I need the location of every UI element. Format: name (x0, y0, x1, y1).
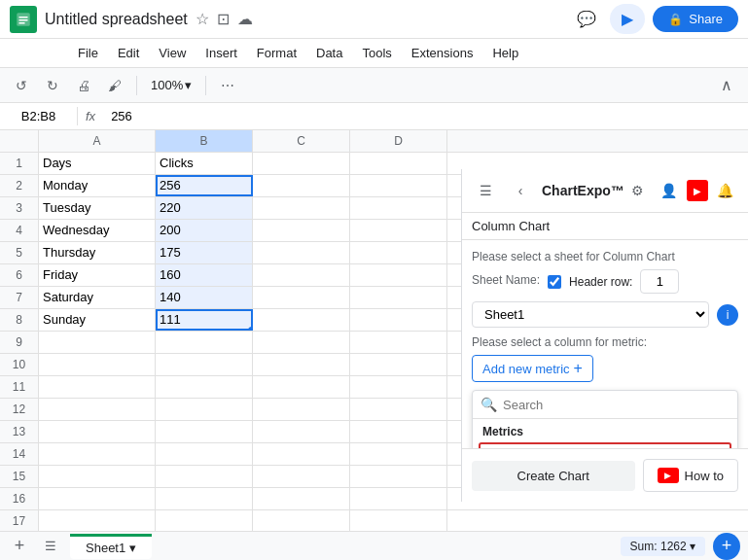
toolbar-separator-2 (205, 76, 206, 95)
table-row: 17 (0, 510, 748, 531)
svg-rect-2 (19, 19, 28, 21)
chart-type-label: Column Chart (472, 219, 550, 233)
menu-file[interactable]: File (68, 42, 108, 64)
zoom-button[interactable]: 100% ▾ (145, 76, 197, 94)
undo-button[interactable]: ↺ (8, 72, 35, 99)
svg-rect-1 (19, 17, 28, 18)
menu-help[interactable]: Help (482, 42, 528, 64)
menu-tools[interactable]: Tools (352, 42, 401, 64)
panel-menu-button[interactable]: ☰ (472, 177, 499, 204)
metric-dropdown: 🔍 Metrics Clicks Dimensions Days (472, 390, 738, 448)
comments-button[interactable]: 💬 (571, 4, 602, 35)
zoom-chevron: ▾ (185, 78, 192, 92)
panel-nav: Column Chart (462, 213, 748, 240)
col-header-d[interactable]: D (350, 130, 447, 152)
row-num-header (0, 130, 39, 152)
header-row-checkbox[interactable] (548, 275, 561, 289)
search-box: 🔍 (473, 391, 737, 419)
how-to-label: How to (685, 469, 724, 483)
add-sheet-button[interactable]: + (8, 535, 31, 558)
add-button-bottom[interactable]: + (713, 533, 740, 560)
how-to-button[interactable]: How to (643, 459, 738, 492)
folder-icon[interactable]: ⊡ (217, 10, 230, 28)
top-right-icons: 💬 ▶ 🔒 Share (571, 4, 738, 35)
header-row-label: Header row: (569, 275, 632, 289)
sheet-list-button[interactable]: ☰ (39, 535, 62, 558)
print-button[interactable]: 🖨 (70, 72, 97, 99)
panel-header: ☰ ‹ ChartExpo™ ⚙ 👤 ▶ 🔔 ✕ (462, 169, 748, 213)
toolbar: ↺ ↻ 🖨 🖌 100% ▾ ⋯ ∧ (0, 68, 748, 103)
col-header-a[interactable]: A (39, 130, 156, 152)
youtube-icon (658, 468, 679, 483)
ref-bar: B2:B8 fx 256 (0, 103, 748, 130)
sum-chevron: ▾ (690, 540, 695, 553)
panel-settings-icon[interactable]: ⚙ (624, 177, 652, 204)
panel-person-icon[interactable]: 👤 (656, 177, 683, 204)
redo-button[interactable]: ↻ (39, 72, 66, 99)
app-icon (10, 6, 37, 33)
sheet1-tab[interactable]: Sheet1 ▾ (70, 534, 152, 559)
panel-bell-icon[interactable]: 🔔 (712, 177, 739, 204)
header-row-number[interactable]: 1 (640, 269, 679, 294)
paint-format-button[interactable]: 🖌 (101, 72, 128, 99)
toolbar-separator-1 (136, 76, 137, 95)
sheet-info-button[interactable]: i (717, 304, 738, 326)
meet-icon: ▶ (622, 10, 633, 28)
sum-value: Sum: 1262 (630, 540, 687, 553)
meet-button[interactable]: ▶ (610, 4, 645, 34)
create-chart-button[interactable]: Create Chart (472, 461, 635, 491)
panel-footer: Create Chart How to (462, 448, 748, 502)
fx-icon: fx (78, 109, 103, 123)
col-header-c[interactable]: C (253, 130, 350, 152)
column-headers: A B C D (0, 130, 748, 153)
sheet-select-dropdown[interactable]: Sheet1 (472, 301, 709, 328)
svg-rect-3 (19, 22, 25, 24)
lock-icon: 🔒 (668, 13, 683, 26)
top-bar: Untitled spreadsheet ☆ ⊡ ☁ 💬 ▶ 🔒 Share (0, 0, 748, 39)
add-metric-label: Add new metric (482, 362, 570, 376)
sheet-tab-label: Sheet1 (86, 541, 125, 555)
sheet-section-label: Please select a sheet for Column Chart (472, 250, 738, 263)
menu-format[interactable]: Format (247, 42, 306, 64)
cell-reference-input[interactable]: B2:B8 (0, 107, 78, 125)
doc-title: Untitled spreadsheet (45, 11, 188, 28)
search-input[interactable] (503, 398, 730, 412)
panel-back-button[interactable]: ‹ (507, 177, 534, 204)
bottom-bar: + ☰ Sheet1 ▾ Sum: 1262 ▾ + (0, 531, 748, 560)
sum-display: Sum: 1262 ▾ (621, 537, 705, 556)
share-label: Share (689, 12, 723, 26)
metrics-group-label: Metrics (473, 419, 737, 440)
metric-section-label: Please select a column for metric: (472, 335, 738, 349)
menu-edit[interactable]: Edit (108, 42, 149, 64)
add-metric-button[interactable]: Add new metric + (472, 355, 593, 382)
cell-value-input[interactable]: 256 (103, 107, 748, 125)
menu-insert[interactable]: Insert (196, 42, 247, 64)
add-icon: + (574, 360, 583, 377)
panel-close-button[interactable]: ✕ (743, 179, 748, 202)
menu-bar: File Edit View Insert Format Data Tools … (0, 39, 748, 68)
share-button[interactable]: 🔒 Share (653, 6, 738, 32)
search-icon: 🔍 (481, 397, 497, 412)
col-header-b[interactable]: B (156, 130, 253, 152)
menu-view[interactable]: View (149, 42, 196, 64)
menu-data[interactable]: Data (306, 42, 352, 64)
star-icon[interactable]: ☆ (196, 10, 209, 28)
sheet-select-row: Sheet1 i (472, 301, 738, 328)
panel-title: ChartExpo™ (542, 183, 624, 198)
menu-extensions[interactable]: Extensions (402, 42, 483, 64)
main-area: A B C D 1DaysClicks 2Monday256 3Tuesday2… (0, 130, 748, 531)
panel-youtube-icon[interactable]: ▶ (687, 180, 708, 201)
collapse-button[interactable]: ∧ (713, 72, 740, 99)
chartexpo-panel: ☰ ‹ ChartExpo™ ⚙ 👤 ▶ 🔔 ✕ Column Chart Pl… (461, 169, 748, 502)
sheet-tab-chevron: ▾ (129, 541, 136, 555)
panel-body: Please select a sheet for Column Chart S… (462, 240, 748, 448)
clicks-item[interactable]: Clicks (479, 442, 731, 448)
sheet-row-item: Sheet Name: Header row: 1 (472, 269, 738, 294)
sheet-name-label: Sheet Name: (472, 273, 540, 287)
more-options-button[interactable]: ⋯ (214, 72, 241, 99)
cloud-icon[interactable]: ☁ (237, 10, 253, 28)
zoom-value: 100% (151, 78, 183, 92)
